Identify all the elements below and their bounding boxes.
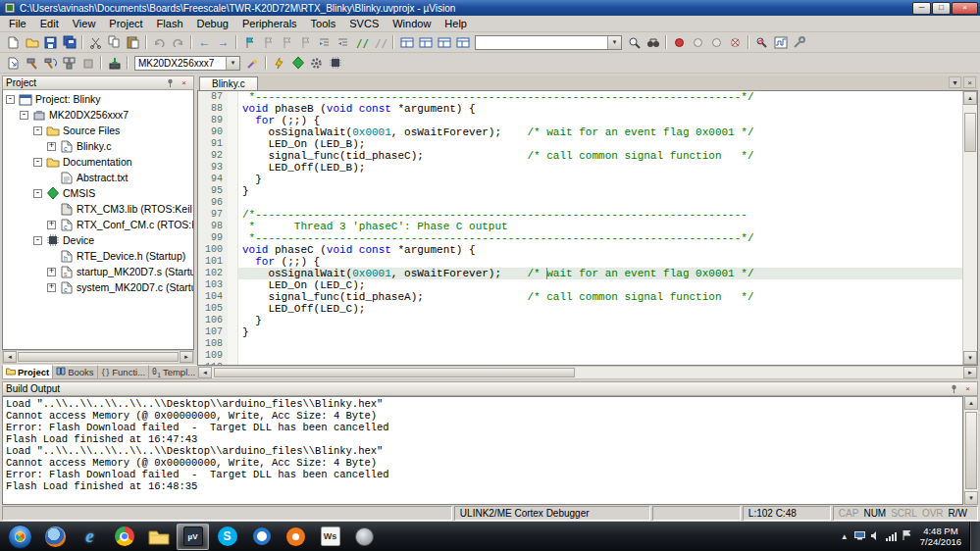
save-all-icon[interactable] — [60, 34, 78, 51]
code-editor[interactable]: 87 *------------------------------------… — [198, 91, 962, 365]
code-line[interactable]: 99 *------------------------------------… — [198, 232, 962, 244]
volume-tray-icon[interactable] — [871, 531, 880, 542]
breakpoint-margin[interactable] — [228, 115, 238, 126]
code-text[interactable] — [238, 350, 962, 362]
scroll-thumb[interactable] — [214, 368, 575, 377]
start-debug-session-icon[interactable]: d — [752, 34, 771, 51]
tree-item[interactable]: -Source Files — [3, 123, 193, 138]
tree-item[interactable]: hRTE_Device.h (Startup) — [3, 248, 193, 264]
new-file-icon[interactable] — [4, 34, 23, 51]
stop-build-icon[interactable] — [78, 55, 97, 72]
taskbar-clock[interactable]: 4:48 PM 7/24/2016 — [920, 526, 961, 547]
logic-analyzer-icon[interactable] — [771, 34, 790, 51]
search-combo[interactable]: ▼ — [475, 35, 622, 50]
chevron-down-icon[interactable]: ▼ — [226, 57, 239, 70]
taskbar-icon-internet-explorer[interactable]: e — [74, 524, 106, 550]
tree-expander[interactable]: + — [47, 142, 56, 151]
tree-item[interactable]: -MK20DX256xxx7 — [3, 107, 193, 123]
code-line[interactable]: 107} — [198, 326, 962, 338]
tree-expander[interactable]: - — [33, 158, 42, 167]
tree-item[interactable]: RTX_CM3.lib (RTOS:Keil RTX) — [3, 201, 193, 217]
tab-blinky-c[interactable]: Blinky.c — [199, 76, 258, 90]
code-text[interactable]: osSignalWait(0x0001, osWaitForever); /* … — [238, 268, 962, 279]
code-line[interactable]: 88void phaseB (void const *argument) { — [198, 103, 962, 115]
code-line[interactable]: 110 — [198, 362, 962, 365]
scroll-thumb[interactable] — [18, 352, 179, 362]
watch-window-icon[interactable] — [397, 34, 416, 51]
breakpoint-margin[interactable] — [228, 279, 238, 291]
tree-item[interactable]: -CMSIS — [3, 185, 193, 201]
menu-project[interactable]: Project — [102, 17, 149, 30]
show-hidden-icons-icon[interactable]: ▲ — [841, 532, 849, 541]
insert-breakpoint-icon[interactable] — [670, 34, 689, 51]
indent-left-icon[interactable] — [315, 34, 334, 51]
paste-icon[interactable] — [124, 34, 142, 51]
taskbar-icon-app-blue[interactable] — [245, 524, 278, 550]
scroll-thumb[interactable] — [964, 113, 976, 152]
enable-breakpoint-icon[interactable] — [689, 34, 707, 51]
output-vscrollbar[interactable]: ▲ ▼ — [963, 396, 978, 505]
code-text[interactable]: *---------------------------------------… — [238, 232, 962, 244]
taskbar-icon-folder-app[interactable] — [142, 524, 175, 550]
scroll-right-arrow[interactable]: ► — [963, 367, 977, 378]
code-line[interactable]: 87 *------------------------------------… — [198, 91, 962, 103]
code-text[interactable]: LED_Off(LED_B); — [238, 162, 962, 174]
editor-vscrollbar[interactable]: ▲ ▼ — [962, 91, 977, 365]
code-text[interactable]: LED_On (LED_B); — [238, 138, 962, 150]
menu-view[interactable]: View — [66, 17, 103, 30]
code-line[interactable]: 106 } — [198, 315, 962, 326]
code-text[interactable]: for (;;) { — [238, 256, 962, 268]
tree-item[interactable]: -Documentation — [3, 154, 193, 170]
panel-tab-project[interactable]: Project — [2, 365, 53, 379]
scroll-down-arrow[interactable]: ▼ — [963, 351, 977, 365]
flash-download-icon[interactable] — [270, 55, 288, 72]
breakpoint-margin[interactable] — [228, 268, 238, 279]
code-text[interactable]: } — [238, 315, 962, 326]
maximize-button[interactable]: □ — [932, 2, 951, 15]
menu-file[interactable]: File — [2, 17, 33, 30]
open-file-icon[interactable] — [23, 34, 41, 51]
scroll-left-arrow[interactable]: ◄ — [3, 351, 17, 363]
tree-expander[interactable]: + — [47, 283, 56, 292]
menu-tools[interactable]: Tools — [304, 17, 343, 30]
tree-item[interactable]: Abstract.txt — [3, 170, 193, 185]
code-line[interactable]: 100void phaseC (void const *argument) { — [198, 244, 962, 256]
code-line[interactable]: 102 osSignalWait(0x0001, osWaitForever);… — [198, 268, 962, 279]
code-line[interactable]: 96 — [198, 197, 962, 209]
start-button[interactable] — [8, 525, 32, 549]
breakpoint-margin[interactable] — [228, 138, 238, 150]
pin-icon[interactable] — [948, 383, 960, 395]
code-text[interactable]: void phaseC (void const *argument) { — [238, 244, 962, 256]
code-text[interactable] — [238, 338, 962, 350]
code-text[interactable]: for (;;) { — [238, 115, 962, 126]
taskbar-icon-skype[interactable]: S — [211, 524, 243, 550]
manage-project-items-icon[interactable] — [243, 55, 262, 72]
redo-icon[interactable] — [169, 34, 187, 51]
tree-expander[interactable]: + — [47, 268, 56, 276]
code-text[interactable]: } — [238, 326, 962, 338]
uncomment-icon[interactable]: // — [371, 34, 389, 51]
pin-icon[interactable] — [164, 77, 177, 89]
breakpoint-margin[interactable] — [228, 326, 238, 338]
breakpoint-margin[interactable] — [228, 162, 238, 174]
breakpoint-margin[interactable] — [228, 209, 238, 221]
breakpoint-margin[interactable] — [228, 350, 238, 362]
breakpoint-margin[interactable] — [228, 338, 238, 350]
code-text[interactable]: LED_On (LED_C); — [238, 279, 962, 291]
manage-rte-icon[interactable] — [288, 55, 307, 72]
tree-expander[interactable]: - — [33, 126, 42, 135]
breakpoint-margin[interactable] — [228, 232, 238, 244]
scroll-right-arrow[interactable]: ► — [180, 351, 193, 363]
taskbar-icon-app-orange[interactable] — [280, 524, 312, 550]
prev-bookmark-icon[interactable] — [259, 34, 278, 51]
code-text[interactable] — [238, 197, 962, 209]
translate-file-icon[interactable] — [4, 55, 23, 72]
scroll-left-arrow[interactable]: ◄ — [198, 367, 212, 378]
code-text[interactable]: } — [238, 174, 962, 185]
code-text[interactable]: void phaseB (void const *argument) { — [238, 103, 962, 115]
code-line[interactable]: 93 LED_Off(LED_B); — [198, 162, 962, 174]
menu-peripherals[interactable]: Peripherals — [235, 17, 304, 30]
tree-expander[interactable]: + — [47, 221, 56, 229]
taskbar-icon-chrome[interactable] — [108, 524, 140, 550]
code-line[interactable]: 89 for (;;) { — [198, 115, 962, 126]
